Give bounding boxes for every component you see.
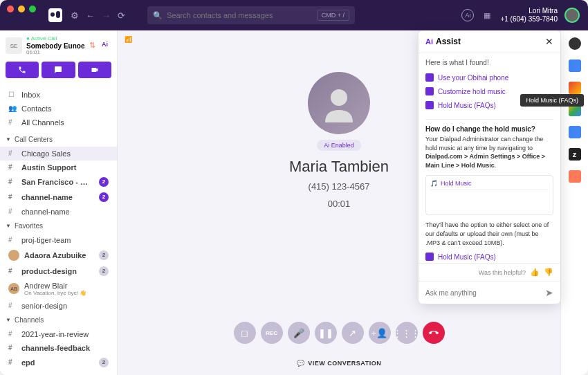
close-window-icon[interactable] xyxy=(7,6,14,12)
search-input[interactable] xyxy=(167,11,313,19)
nav-label: All Channels xyxy=(21,118,64,127)
sidebar-item[interactable]: ABAndrew BlairOn Vacation, bye bye! 👋 xyxy=(0,279,117,299)
call-button[interactable] xyxy=(6,62,39,78)
active-call-card[interactable]: SE ● Active Call Somebody Eunoe 06:01 ⇅ … xyxy=(0,30,117,62)
ai-badge-icon[interactable]: Ai xyxy=(102,41,111,51)
video-button[interactable] xyxy=(78,62,111,78)
send-icon[interactable]: ➤ xyxy=(545,287,553,298)
sidebar-item[interactable]: #proj-tiger-team xyxy=(0,233,117,247)
item-label: channel-name xyxy=(21,208,109,216)
assist-found-text: Here is what I found! xyxy=(425,59,553,66)
nav-contacts[interactable]: 👥Contacts xyxy=(0,102,117,116)
assist-result-link[interactable]: Use your Obihai phone xyxy=(425,71,553,84)
item-label: epd xyxy=(21,358,94,367)
contacts-icon: 👥 xyxy=(8,104,17,112)
assist-panel: Ai Assist ✕ Here is what I found! Use yo… xyxy=(419,30,560,304)
card-title: 🎵Hold Music xyxy=(430,180,549,187)
call-avatar xyxy=(308,72,370,134)
user-phone: +1 (604) 359-7840 xyxy=(500,15,558,24)
item-label: Adaora Azubuike xyxy=(24,251,94,259)
message-button[interactable] xyxy=(42,62,75,78)
hold-button[interactable]: ❚❚ xyxy=(315,322,337,344)
sidebar-item[interactable]: #product-design2 xyxy=(0,264,117,279)
calendar-icon[interactable]: ▦ xyxy=(481,9,493,21)
hash-icon: # xyxy=(8,193,17,201)
chat-icon xyxy=(425,87,434,95)
caret-icon: ▼ xyxy=(6,136,11,143)
rail-profile-icon[interactable] xyxy=(569,37,581,50)
mute-button[interactable]: 🎤 xyxy=(288,322,310,344)
view-conv-label: VIEW CONVERSATION xyxy=(308,360,381,367)
transfer-icon[interactable]: ⇅ xyxy=(89,41,99,51)
back-icon[interactable]: ← xyxy=(86,10,95,21)
item-label: Chicago Sales xyxy=(21,149,109,158)
active-call-time: 06:01 xyxy=(26,50,85,56)
section-channels[interactable]: ▼Channels xyxy=(0,313,117,327)
dialpad-button[interactable]: ⋮⋮⋮ xyxy=(396,322,418,344)
result-label: Use your Obihai phone xyxy=(438,74,508,82)
view-conversation-button[interactable]: 💬 VIEW CONVERSATION xyxy=(297,360,381,367)
answer-text: Your Dialpad Administrator can change th… xyxy=(425,135,553,170)
sidebar-item[interactable]: #channels-feedback xyxy=(0,341,117,355)
gear-icon[interactable]: ⚙ xyxy=(71,10,79,21)
link-label: Hold Music (FAQs) xyxy=(438,253,496,261)
hash-icon: # xyxy=(8,302,17,309)
sidebar-item[interactable]: #channel-name2 xyxy=(0,190,117,205)
end-call-button[interactable] xyxy=(423,322,445,344)
assist-answer: How do I change the hold music? Your Dia… xyxy=(425,119,553,263)
item-label: San Francisco - Main xyxy=(21,178,94,186)
rail-gmail-icon[interactable] xyxy=(569,82,581,94)
thumbs-up-icon[interactable]: 👍 xyxy=(530,268,540,277)
close-icon[interactable]: ✕ xyxy=(545,36,553,47)
item-label: Andrew BlairOn Vacation, bye bye! 👋 xyxy=(24,282,109,296)
helpful-row: Was this helpful? 👍 👎 xyxy=(419,263,560,281)
ai-icon[interactable]: Ai xyxy=(461,9,474,21)
sidebar-item[interactable]: #epd2 xyxy=(0,355,117,370)
transfer-button[interactable]: ↗ xyxy=(342,322,364,344)
stop-button[interactable]: ◻ xyxy=(234,322,256,344)
nav-buttons: ⚙ ← → ⟳ xyxy=(71,10,125,21)
rail-calendar-icon[interactable] xyxy=(569,60,581,72)
avatar[interactable] xyxy=(564,8,580,23)
active-call-avatar: SE xyxy=(6,37,22,54)
record-button[interactable]: REC xyxy=(261,322,283,344)
maximize-window-icon[interactable] xyxy=(29,6,36,12)
rail-zendesk-icon[interactable]: z xyxy=(569,148,581,161)
assist-header: Ai Assist ✕ xyxy=(419,30,560,53)
rail-chat-icon[interactable] xyxy=(569,126,581,138)
thumbs-down-icon[interactable]: 👎 xyxy=(544,268,553,277)
answer-question: How do I change the hold music? xyxy=(425,125,553,133)
sidebar-item[interactable]: #senior-design xyxy=(0,299,117,313)
section-favorites[interactable]: ▼Favorites xyxy=(0,219,117,233)
sidebar-item[interactable]: Adaora Azubuike2 xyxy=(0,247,117,264)
hash-icon: # xyxy=(8,208,17,215)
answer-link[interactable]: Hold Music (FAQs) xyxy=(425,250,553,263)
refresh-icon[interactable]: ⟳ xyxy=(118,10,125,21)
sidebar-item[interactable]: #channel-name xyxy=(0,205,117,219)
sidebar-item[interactable]: #Chicago Sales xyxy=(0,147,117,161)
sidebar-item[interactable]: #2021-year-in-review xyxy=(0,327,117,341)
nav-all-channels[interactable]: #All Channels xyxy=(0,116,117,129)
caret-icon: ▼ xyxy=(6,317,11,323)
assist-input[interactable] xyxy=(425,289,541,297)
forward-icon[interactable]: → xyxy=(102,10,111,21)
call-number: (415) 123-4567 xyxy=(309,181,370,192)
app-logo-icon[interactable] xyxy=(48,8,62,22)
doc-icon xyxy=(425,253,434,261)
sidebar-item[interactable]: #Austin Support xyxy=(0,161,117,174)
add-participant-button[interactable]: +👤 xyxy=(369,322,391,344)
assist-body: Here is what I found! Use your Obihai ph… xyxy=(419,53,560,263)
search-bar[interactable]: 🔍 CMD + / xyxy=(147,6,355,24)
hash-icon: # xyxy=(8,344,17,351)
nav-inbox[interactable]: ☐Inbox xyxy=(0,88,117,102)
result-label: Customize hold music xyxy=(438,88,506,95)
rail-hubspot-icon[interactable] xyxy=(569,170,581,183)
item-label: channel-name xyxy=(21,193,94,201)
minimize-window-icon[interactable] xyxy=(18,6,25,12)
section-call-centers[interactable]: ▼Call Centers xyxy=(0,132,117,147)
hash-icon: # xyxy=(8,330,17,338)
user-info[interactable]: Lori Mitra +1 (604) 359-7840 xyxy=(500,7,558,24)
badge: 2 xyxy=(99,192,109,202)
sidebar-item[interactable]: #San Francisco - Main2 xyxy=(0,174,117,190)
tooltip: Hold Music (FAQs) xyxy=(520,94,584,107)
